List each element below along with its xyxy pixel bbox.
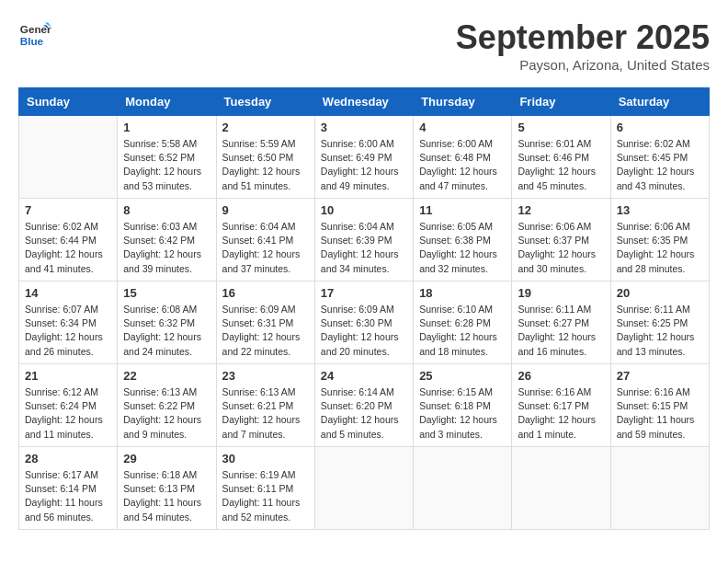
day-number: 7 (25, 203, 111, 217)
day-info: Sunrise: 6:06 AM Sunset: 6:37 PM Dayligh… (518, 220, 604, 276)
day-info: Sunrise: 6:16 AM Sunset: 6:15 PM Dayligh… (617, 385, 703, 442)
weekday-header-sunday: Sunday (19, 88, 118, 116)
weekday-header-thursday: Thursday (414, 88, 512, 116)
calendar-cell: 24Sunrise: 6:14 AM Sunset: 6:20 PM Dayli… (314, 364, 413, 447)
day-info: Sunrise: 6:06 AM Sunset: 6:35 PM Dayligh… (617, 220, 703, 276)
day-info: Sunrise: 6:00 AM Sunset: 6:48 PM Dayligh… (419, 137, 506, 193)
calendar-table: SundayMondayTuesdayWednesdayThursdayFrid… (18, 87, 710, 530)
calendar-body: 1Sunrise: 5:58 AM Sunset: 6:52 PM Daylig… (19, 116, 710, 530)
day-number: 3 (321, 121, 407, 134)
day-info: Sunrise: 6:14 AM Sunset: 6:20 PM Dayligh… (321, 385, 407, 442)
calendar-cell: 9Sunrise: 6:04 AM Sunset: 6:41 PM Daylig… (216, 199, 314, 282)
day-info: Sunrise: 6:08 AM Sunset: 6:32 PM Dayligh… (123, 303, 210, 359)
day-number: 26 (518, 369, 604, 383)
calendar-cell: 27Sunrise: 6:16 AM Sunset: 6:15 PM Dayli… (610, 364, 709, 447)
weekday-header-friday: Friday (512, 88, 610, 116)
calendar-cell: 10Sunrise: 6:04 AM Sunset: 6:39 PM Dayli… (314, 199, 413, 282)
calendar-cell: 25Sunrise: 6:15 AM Sunset: 6:18 PM Dayli… (414, 364, 512, 447)
svg-text:General: General (20, 23, 51, 35)
day-info: Sunrise: 6:01 AM Sunset: 6:46 PM Dayligh… (518, 137, 604, 193)
calendar-cell: 26Sunrise: 6:16 AM Sunset: 6:17 PM Dayli… (512, 364, 610, 447)
day-info: Sunrise: 6:03 AM Sunset: 6:42 PM Dayligh… (123, 220, 210, 276)
day-info: Sunrise: 6:16 AM Sunset: 6:17 PM Dayligh… (518, 385, 604, 442)
svg-text:Blue: Blue (20, 35, 44, 47)
calendar-cell: 7Sunrise: 6:02 AM Sunset: 6:44 PM Daylig… (19, 199, 118, 282)
day-number: 11 (419, 203, 506, 217)
calendar-cell: 11Sunrise: 6:05 AM Sunset: 6:38 PM Dayli… (414, 199, 512, 282)
day-number: 10 (321, 203, 407, 217)
day-number: 30 (222, 452, 309, 465)
weekday-header-saturday: Saturday (610, 88, 709, 116)
weekday-header-tuesday: Tuesday (216, 88, 314, 116)
weekday-header-row: SundayMondayTuesdayWednesdayThursdayFrid… (19, 88, 710, 116)
day-number: 29 (123, 452, 210, 465)
day-info: Sunrise: 6:02 AM Sunset: 6:45 PM Dayligh… (617, 137, 703, 193)
calendar-cell: 18Sunrise: 6:10 AM Sunset: 6:28 PM Dayli… (414, 282, 512, 364)
calendar-cell: 19Sunrise: 6:11 AM Sunset: 6:27 PM Dayli… (512, 282, 610, 364)
day-number: 25 (419, 369, 506, 383)
day-info: Sunrise: 6:12 AM Sunset: 6:24 PM Dayligh… (25, 385, 111, 442)
logo: General Blue (18, 18, 51, 52)
day-info: Sunrise: 6:13 AM Sunset: 6:21 PM Dayligh… (222, 385, 309, 442)
calendar-week-5: 28Sunrise: 6:17 AM Sunset: 6:14 PM Dayli… (19, 447, 710, 530)
day-info: Sunrise: 6:11 AM Sunset: 6:25 PM Dayligh… (617, 303, 703, 359)
day-number: 6 (617, 121, 703, 134)
day-number: 4 (419, 121, 506, 134)
day-info: Sunrise: 6:11 AM Sunset: 6:27 PM Dayligh… (518, 303, 604, 359)
day-number: 17 (321, 286, 407, 300)
calendar-week-1: 1Sunrise: 5:58 AM Sunset: 6:52 PM Daylig… (19, 116, 710, 199)
calendar-cell: 1Sunrise: 5:58 AM Sunset: 6:52 PM Daylig… (118, 116, 216, 199)
location: Payson, Arizona, United States (456, 57, 710, 73)
calendar-cell: 23Sunrise: 6:13 AM Sunset: 6:21 PM Dayli… (216, 364, 314, 447)
day-number: 16 (222, 286, 309, 300)
day-info: Sunrise: 6:18 AM Sunset: 6:13 PM Dayligh… (123, 468, 210, 524)
calendar-cell (414, 447, 512, 530)
weekday-header-monday: Monday (118, 88, 216, 116)
logo-icon: General Blue (18, 18, 51, 52)
day-number: 5 (518, 121, 604, 134)
day-info: Sunrise: 6:04 AM Sunset: 6:39 PM Dayligh… (321, 220, 407, 276)
calendar-cell (512, 447, 610, 530)
day-info: Sunrise: 5:59 AM Sunset: 6:50 PM Dayligh… (222, 137, 309, 193)
calendar-week-2: 7Sunrise: 6:02 AM Sunset: 6:44 PM Daylig… (19, 199, 710, 282)
calendar-cell: 12Sunrise: 6:06 AM Sunset: 6:37 PM Dayli… (512, 199, 610, 282)
calendar-cell: 29Sunrise: 6:18 AM Sunset: 6:13 PM Dayli… (118, 447, 216, 530)
calendar-week-3: 14Sunrise: 6:07 AM Sunset: 6:34 PM Dayli… (19, 282, 710, 364)
calendar-cell: 2Sunrise: 5:59 AM Sunset: 6:50 PM Daylig… (216, 116, 314, 199)
title-block: September 2025 Payson, Arizona, United S… (456, 18, 710, 73)
calendar-cell: 3Sunrise: 6:00 AM Sunset: 6:49 PM Daylig… (314, 116, 413, 199)
calendar-cell: 28Sunrise: 6:17 AM Sunset: 6:14 PM Dayli… (19, 447, 118, 530)
day-number: 15 (123, 286, 210, 300)
day-number: 23 (222, 369, 309, 383)
calendar-cell: 21Sunrise: 6:12 AM Sunset: 6:24 PM Dayli… (19, 364, 118, 447)
day-info: Sunrise: 6:09 AM Sunset: 6:30 PM Dayligh… (321, 303, 407, 359)
weekday-header-wednesday: Wednesday (314, 88, 413, 116)
day-number: 22 (123, 369, 210, 383)
month-title: September 2025 (456, 18, 710, 57)
day-info: Sunrise: 6:07 AM Sunset: 6:34 PM Dayligh… (25, 303, 111, 359)
calendar-cell: 15Sunrise: 6:08 AM Sunset: 6:32 PM Dayli… (118, 282, 216, 364)
calendar-cell: 4Sunrise: 6:00 AM Sunset: 6:48 PM Daylig… (414, 116, 512, 199)
calendar-cell: 8Sunrise: 6:03 AM Sunset: 6:42 PM Daylig… (118, 199, 216, 282)
day-info: Sunrise: 6:17 AM Sunset: 6:14 PM Dayligh… (25, 468, 111, 524)
calendar-header: SundayMondayTuesdayWednesdayThursdayFrid… (19, 88, 710, 116)
day-number: 19 (518, 286, 604, 300)
day-info: Sunrise: 6:04 AM Sunset: 6:41 PM Dayligh… (222, 220, 309, 276)
day-number: 20 (617, 286, 703, 300)
day-info: Sunrise: 6:10 AM Sunset: 6:28 PM Dayligh… (419, 303, 506, 359)
day-info: Sunrise: 5:58 AM Sunset: 6:52 PM Dayligh… (123, 137, 210, 193)
calendar-week-4: 21Sunrise: 6:12 AM Sunset: 6:24 PM Dayli… (19, 364, 710, 447)
day-number: 2 (222, 121, 309, 134)
calendar-cell: 22Sunrise: 6:13 AM Sunset: 6:22 PM Dayli… (118, 364, 216, 447)
day-number: 21 (25, 369, 111, 383)
day-number: 14 (25, 286, 111, 300)
day-info: Sunrise: 6:00 AM Sunset: 6:49 PM Dayligh… (321, 137, 407, 193)
day-info: Sunrise: 6:09 AM Sunset: 6:31 PM Dayligh… (222, 303, 309, 359)
day-number: 28 (25, 452, 111, 465)
day-number: 24 (321, 369, 407, 383)
calendar-cell: 17Sunrise: 6:09 AM Sunset: 6:30 PM Dayli… (314, 282, 413, 364)
calendar-cell: 16Sunrise: 6:09 AM Sunset: 6:31 PM Dayli… (216, 282, 314, 364)
calendar-cell: 6Sunrise: 6:02 AM Sunset: 6:45 PM Daylig… (610, 116, 709, 199)
page-header: General Blue September 2025 Payson, Ariz… (18, 18, 710, 73)
day-number: 1 (123, 121, 210, 134)
